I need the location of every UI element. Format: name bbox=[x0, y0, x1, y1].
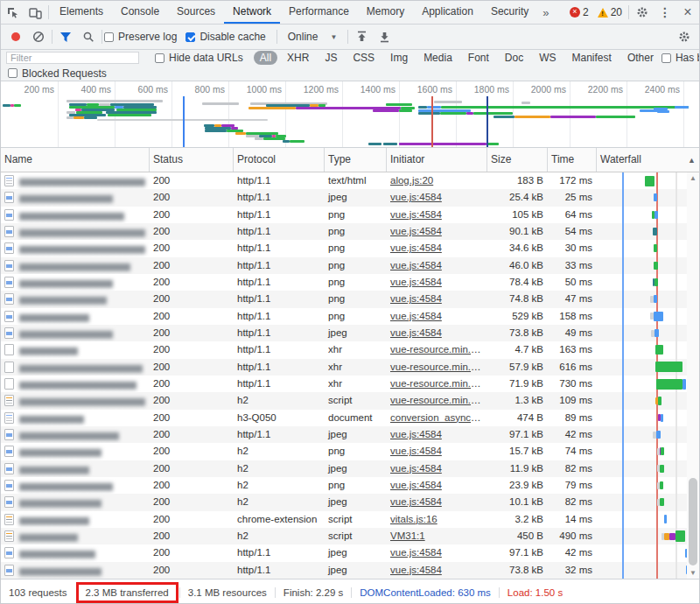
network-request-row[interactable]: ▆▆▆▆▆▆▆▆▆▆▆▆▆▆▆▆▆▆▆200http/1.1pngvue.js:… bbox=[1, 257, 699, 274]
initiator-link[interactable]: vue.js:4584 bbox=[390, 311, 442, 321]
export-har-icon[interactable] bbox=[373, 25, 396, 48]
network-request-row[interactable]: ▆▆▆▆▆▆▆▆▆▆▆▆▆▆▆▆▆▆▆▆▆▆200http/1.1pngvue.… bbox=[1, 240, 699, 256]
scroll-up-icon[interactable]: ▲ bbox=[687, 172, 699, 184]
initiator-link[interactable]: vue.js:4584 bbox=[390, 242, 442, 253]
column-header-size[interactable]: Size bbox=[487, 148, 548, 172]
type-filter-img[interactable]: Img bbox=[384, 51, 414, 65]
type-filter-css[interactable]: CSS bbox=[346, 51, 381, 65]
network-request-row[interactable]: ▆▆▆▆▆▆▆▆▆▆▆▆▆▆▆▆▆▆▆▆▆▆▆200http/1.1pngvue… bbox=[1, 223, 699, 240]
has-blocked-cookies-checkbox[interactable]: Has blocked cookies bbox=[662, 52, 700, 64]
vertical-scrollbar[interactable]: ▲▼ bbox=[687, 172, 699, 579]
initiator-link[interactable]: vue-resource.min.js:7 bbox=[390, 378, 486, 389]
tab-security[interactable]: Security bbox=[482, 1, 537, 24]
tab-sources[interactable]: Sources bbox=[168, 1, 224, 24]
search-icon[interactable] bbox=[77, 25, 100, 48]
column-header-status[interactable]: Status bbox=[150, 148, 234, 172]
tab-network[interactable]: Network bbox=[224, 1, 280, 24]
initiator-link[interactable]: vue.js:4584 bbox=[390, 547, 442, 558]
initiator-link[interactable]: vue-resource.min.js:7 bbox=[390, 362, 486, 372]
initiator-link[interactable]: vue.js:4584 bbox=[390, 480, 442, 490]
type-filter-doc[interactable]: Doc bbox=[499, 51, 529, 65]
network-request-row[interactable]: ▆▆▆▆▆▆▆▆▆▆▆▆▆▆▆▆▆▆200http/1.1pngvue.js:4… bbox=[1, 207, 699, 223]
type-filter-xhr[interactable]: XHR bbox=[281, 51, 315, 65]
device-toolbar-icon[interactable] bbox=[24, 1, 46, 24]
network-request-row[interactable]: ▆▆▆▆▆▆▆▆▆▆▆▆200h2jpegvue.js:458411.9 kB8… bbox=[1, 460, 699, 477]
network-request-row[interactable]: ▆▆▆▆▆▆▆▆▆▆▆▆▆▆▆▆200http/1.1jpegvue.js:45… bbox=[1, 189, 699, 206]
network-request-row[interactable]: ▆▆▆▆▆▆▆▆▆▆▆▆▆▆▆▆▆▆▆▆▆200http/1.1xhrvue-r… bbox=[1, 359, 699, 376]
network-request-row[interactable]: ▆▆▆▆▆▆▆▆▆▆▆▆▆▆▆▆▆▆▆▆200http/1.1xhrvue-re… bbox=[1, 376, 699, 392]
network-request-row[interactable]: ▆▆▆▆▆▆▆▆▆▆▆▆200chrome-extensionscriptvit… bbox=[1, 511, 699, 528]
initiator-link[interactable]: vue.js:4584 bbox=[390, 446, 442, 456]
initiator-link[interactable]: vue.js:4584 bbox=[390, 260, 442, 270]
import-har-icon[interactable] bbox=[350, 25, 373, 48]
warning-count-badge[interactable]: 20 bbox=[598, 6, 622, 18]
network-request-row[interactable]: ▆▆▆▆▆▆▆▆▆▆200h2scriptVM31:1450 B490 ms bbox=[1, 528, 699, 544]
tab-memory[interactable]: Memory bbox=[358, 1, 413, 24]
network-request-row[interactable]: ▆▆▆▆▆▆▆▆▆▆▆▆▆▆▆▆▆▆▆▆▆▆▆▆▆200http/1.1text… bbox=[1, 172, 699, 189]
network-request-row[interactable]: ▆▆▆▆▆▆▆▆▆▆▆▆▆▆200http/1.1jpegvue.js:4584… bbox=[1, 562, 699, 579]
preserve-log-checkbox[interactable]: Preserve log bbox=[104, 31, 177, 43]
scroll-down-icon[interactable]: ▼ bbox=[687, 567, 699, 579]
kebab-menu-icon[interactable]: ⋮ bbox=[654, 1, 676, 24]
settings-gear-icon[interactable] bbox=[631, 1, 654, 24]
network-request-row[interactable]: ▆▆▆▆▆▆▆▆▆▆▆▆▆▆▆▆200http/1.1pngvue.js:458… bbox=[1, 274, 699, 291]
initiator-link[interactable]: vue.js:4584 bbox=[390, 277, 442, 287]
initiator-link[interactable]: vue.js:4584 bbox=[390, 429, 442, 439]
initiator-link[interactable]: vue-resource.min.js:7 bbox=[390, 395, 486, 405]
initiator-link[interactable]: vue.js:4584 bbox=[390, 192, 442, 202]
network-request-row[interactable]: ▆▆▆▆▆▆▆▆▆▆▆▆▆▆▆▆200h2pngvue.js:458423.9 … bbox=[1, 477, 699, 494]
tab-console[interactable]: Console bbox=[112, 1, 168, 24]
initiator-link[interactable]: conversion_async.js… bbox=[390, 412, 487, 423]
network-request-row[interactable]: ▆▆▆▆▆▆▆▆▆▆▆▆▆▆▆▆200http/1.1jpegvue.js:45… bbox=[1, 325, 699, 341]
scrollbar-thumb[interactable] bbox=[689, 478, 697, 565]
blocked-requests-checkbox[interactable]: Blocked Requests bbox=[8, 67, 107, 80]
initiator-link[interactable]: vue.js:4584 bbox=[390, 209, 442, 220]
error-count-badge[interactable]: × 2 bbox=[570, 6, 589, 18]
type-filter-other[interactable]: Other bbox=[621, 51, 660, 65]
initiator-link[interactable]: vue.js:4584 bbox=[390, 327, 442, 338]
network-request-row[interactable]: ▆▆▆▆▆▆▆▆▆▆▆▆▆▆200h2jpegvue.js:458410.1 k… bbox=[1, 494, 699, 510]
network-settings-gear-icon[interactable] bbox=[673, 25, 696, 48]
sort-direction-icon[interactable]: ▲ bbox=[688, 156, 696, 165]
network-request-row[interactable]: ▆▆▆▆▆▆▆▆▆▆▆▆200http/1.1pngvue.js:4584529… bbox=[1, 308, 699, 325]
type-filter-manifest[interactable]: Manifest bbox=[566, 51, 618, 65]
network-request-row[interactable]: ▆▆▆▆▆▆▆▆▆▆▆▆▆▆▆▆▆▆▆▆▆▆▆▆▆200h2scriptvue-… bbox=[1, 392, 699, 409]
column-header-initiator[interactable]: Initiator bbox=[387, 148, 487, 172]
column-header-type[interactable]: Type bbox=[325, 148, 387, 172]
network-request-row[interactable]: ▆▆▆▆▆▆▆▆▆▆▆200h3-Q050documentconversion_… bbox=[1, 410, 699, 426]
type-filter-ws[interactable]: WS bbox=[533, 51, 562, 65]
initiator-link[interactable]: vue.js:4584 bbox=[390, 565, 442, 575]
throttling-select[interactable]: Online ▼ bbox=[279, 31, 346, 43]
more-tabs-icon[interactable]: » bbox=[537, 6, 554, 19]
clear-network-log-icon[interactable] bbox=[27, 25, 50, 48]
inspect-element-icon[interactable] bbox=[1, 1, 24, 24]
filter-input[interactable] bbox=[6, 52, 139, 64]
tab-elements[interactable]: Elements bbox=[51, 1, 112, 24]
network-request-row[interactable]: ▆▆▆▆▆▆▆▆▆▆▆▆▆▆▆200http/1.1pngvue.js:4584… bbox=[1, 291, 699, 307]
type-filter-all[interactable]: All bbox=[254, 51, 277, 65]
network-request-row[interactable]: ▆▆▆▆▆▆▆▆▆▆200http/1.1xhrvue-resource.min… bbox=[1, 341, 699, 358]
network-request-row[interactable]: ▆▆▆▆▆▆▆▆▆▆▆▆▆▆▆▆▆200http/1.1jpegvue.js:4… bbox=[1, 426, 699, 443]
network-request-row[interactable]: ▆▆▆▆▆▆▆▆▆▆▆▆▆▆200h2pngvue.js:458415.7 kB… bbox=[1, 443, 699, 460]
tab-performance[interactable]: Performance bbox=[280, 1, 358, 24]
column-header-protocol[interactable]: Protocol bbox=[234, 148, 325, 172]
type-filter-js[interactable]: JS bbox=[318, 51, 343, 65]
column-header-time[interactable]: Time bbox=[548, 148, 597, 172]
network-request-row[interactable]: ▆▆▆▆▆▆▆▆▆▆▆▆▆200http/1.1jpegvue.js:45849… bbox=[1, 544, 699, 561]
type-filter-media[interactable]: Media bbox=[417, 51, 458, 65]
disable-cache-checkbox[interactable]: Disable cache bbox=[186, 31, 265, 43]
column-header-name[interactable]: Name bbox=[1, 148, 150, 172]
initiator-link[interactable]: vitals.js:16 bbox=[390, 514, 438, 524]
close-devtools-icon[interactable]: × bbox=[676, 1, 699, 24]
hide-data-urls-checkbox[interactable]: Hide data URLs bbox=[155, 52, 243, 64]
initiator-link[interactable]: vue.js:4584 bbox=[390, 226, 442, 236]
initiator-link[interactable]: vue.js:4584 bbox=[390, 293, 442, 304]
filter-funnel-icon[interactable] bbox=[54, 25, 77, 48]
column-header-waterfall[interactable]: Waterfall bbox=[597, 148, 700, 172]
initiator-link[interactable]: vue-resource.min.js:7 bbox=[390, 344, 486, 355]
initiator-link[interactable]: vue.js:4584 bbox=[390, 463, 442, 474]
initiator-link[interactable]: alog.js:20 bbox=[390, 175, 433, 186]
initiator-link[interactable]: VM31:1 bbox=[390, 530, 425, 541]
type-filter-font[interactable]: Font bbox=[462, 51, 495, 65]
initiator-link[interactable]: vue.js:4584 bbox=[390, 496, 442, 507]
